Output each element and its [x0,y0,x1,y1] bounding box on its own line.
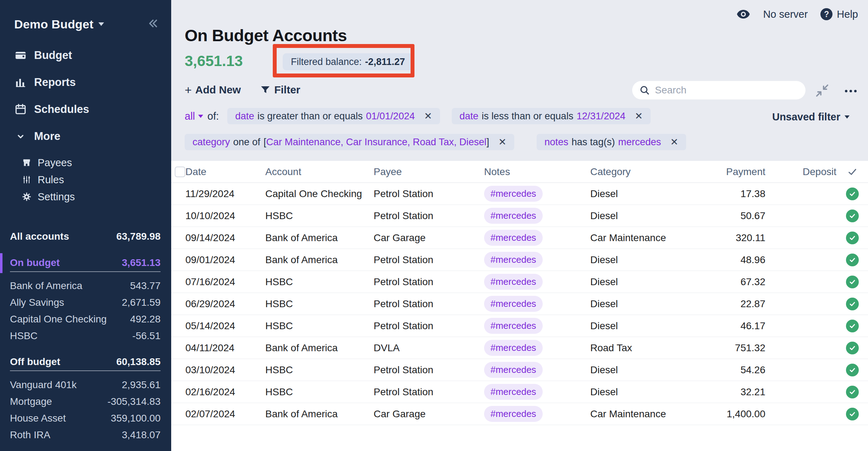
transactions-table: Date Account Payee Notes Category Paymen… [171,161,868,451]
cleared-check-icon[interactable] [846,386,859,398]
search-input[interactable] [654,84,801,96]
table-row[interactable]: 02/07/2024 Bank of America Car Garage #m… [171,403,868,425]
table-row[interactable]: 07/16/2024 HSBC Petrol Station #mercedes… [171,271,868,293]
cell-account: HSBC [265,298,374,310]
help-button[interactable]: ? Help [820,8,858,20]
server-status-button[interactable]: No server [763,9,808,20]
filter-chip-date-lte[interactable]: date is less than or equals 12/31/2024 ✕ [452,108,651,124]
sidebar-item-settings[interactable]: Settings [0,188,171,205]
cleared-check-icon[interactable] [846,210,859,222]
cell-account: Bank of America [265,408,374,420]
cleared-check-icon[interactable] [846,298,859,310]
sidebar-account-item[interactable]: Capital One Checking492.28 [10,311,161,327]
filter-button[interactable]: Filter [260,84,300,96]
privacy-eye-button[interactable] [736,7,750,21]
cell-category: Diesel [590,298,697,310]
account-name: Capital One Checking [10,314,107,325]
cleared-check-icon[interactable] [846,364,859,376]
chip-op: is greater than or equals [257,110,363,122]
sidebar-account-item[interactable]: House Asset359,100.00 [10,410,161,426]
cell-category: Diesel [590,364,697,376]
table-row[interactable]: 06/29/2024 HSBC Petrol Station #mercedes… [171,293,868,315]
account-name: Vanguard 401k [10,379,77,391]
table-row[interactable]: 09/01/2024 Bank of America Petrol Statio… [171,249,868,271]
chip-field: date [460,110,479,122]
collapse-transactions-button[interactable] [814,82,830,99]
cell-payment: 46.17 [697,320,765,332]
column-header-notes: Notes [484,166,590,178]
sidebar-account-item[interactable]: Mortgage-305,314.83 [10,393,161,410]
cell-category: Diesel [590,188,697,200]
sidebar-item-schedules[interactable]: Schedules [0,96,171,123]
top-right-bar: No server ? Help [736,7,858,21]
sidebar-item-budget[interactable]: Budget [0,42,171,69]
sidebar-item-label: Payees [38,157,72,169]
budget-name: Demo Budget [14,17,93,31]
cleared-check-icon[interactable] [846,254,859,266]
cleared-check-icon[interactable] [846,408,859,420]
cell-notes: #mercedes [484,318,590,334]
sidebar-account-item[interactable]: Ally Savings2,671.59 [10,294,161,311]
chip-value: 01/01/2024 [366,110,415,122]
cell-payment: 320.11 [697,232,765,244]
of-label: of: [207,110,219,122]
ellipsis-icon [845,90,847,92]
account-balance: 543.77 [130,280,161,292]
unsaved-filter-dropdown[interactable]: Unsaved filter [772,111,850,123]
sidebar-collapse-button[interactable] [146,17,159,31]
budget-switcher[interactable]: Demo Budget [14,17,104,31]
table-row[interactable]: 03/10/2024 HSBC Petrol Station #mercedes… [171,359,868,381]
off-budget-header[interactable]: Off budget 60,138.85 [10,353,161,371]
cell-account: Capital One Checking [265,188,374,200]
more-options-button[interactable] [841,86,860,96]
group-label: On budget [10,257,60,268]
cleared-check-icon[interactable] [846,320,859,332]
table-body: 11/29/2024 Capital One Checking Petrol S… [171,183,868,425]
sidebar-account-item[interactable]: HSBC-56.51 [10,327,161,344]
cleared-check-icon[interactable] [846,188,859,200]
sidebar-account-item[interactable]: Bank of America543.77 [10,277,161,294]
cleared-check-icon[interactable] [846,276,859,288]
table-row[interactable]: 05/14/2024 HSBC Petrol Station #mercedes… [171,315,868,337]
remove-filter-icon[interactable]: ✕ [424,110,432,122]
sidebar-accounts: All accounts 63,789.98 On budget 3,651.1… [0,228,171,443]
sidebar-item-reports[interactable]: Reports [0,69,171,96]
add-new-button[interactable]: + Add New [185,84,241,96]
sidebar-item-payees[interactable]: Payees [0,154,171,171]
sidebar-item-rules[interactable]: Rules [0,171,171,188]
table-row[interactable]: 11/29/2024 Capital One Checking Petrol S… [171,183,868,205]
cleared-check-icon[interactable] [846,232,859,244]
sidebar-item-more[interactable]: More [0,123,171,150]
filter-chip-category[interactable]: category one of [Car Maintenance, Car In… [185,134,514,150]
cell-account: Bank of America [265,232,374,244]
store-icon [21,157,32,168]
filter-chip-notes-tag[interactable]: notes has tag(s) mercedes ✕ [537,134,686,150]
cell-notes: #mercedes [484,384,590,400]
select-all-checkbox[interactable] [175,167,185,177]
all-accounts-row[interactable]: All accounts 63,789.98 [10,228,161,245]
remove-filter-icon[interactable]: ✕ [635,110,643,122]
table-row[interactable]: 10/10/2024 HSBC Petrol Station #mercedes… [171,205,868,227]
table-row[interactable]: 04/11/2024 Bank of America DVLA #mercede… [171,337,868,359]
total-balance[interactable]: 3,651.13 [185,53,243,70]
note-tag: #mercedes [484,362,543,378]
cleared-check-icon[interactable] [846,342,859,354]
cell-payee: Petrol Station [374,210,484,222]
on-budget-header[interactable]: On budget 3,651.13 [10,254,161,272]
cell-notes: #mercedes [484,340,590,356]
sidebar-account-item[interactable]: Vanguard 401k2,935.61 [10,376,161,393]
remove-filter-icon[interactable]: ✕ [670,136,678,148]
filter-conjunction-dropdown[interactable]: all [185,110,203,122]
note-tag: #mercedes [484,230,543,246]
note-tag: #mercedes [484,274,543,290]
account-balance: -305,314.83 [108,396,161,407]
filter-chip-date-gte[interactable]: date is greater than or equals 01/01/202… [227,108,440,124]
cell-notes: #mercedes [484,186,590,202]
table-row[interactable]: 02/16/2024 HSBC Petrol Station #mercedes… [171,381,868,403]
table-row[interactable]: 09/14/2024 Bank of America Car Garage #m… [171,227,868,249]
chevron-down-icon [845,115,850,119]
cell-payment: 32.21 [697,386,765,398]
sidebar-account-item[interactable]: Roth IRA3,418.07 [10,426,161,443]
chip-op: has tag(s) [571,136,615,148]
remove-filter-icon[interactable]: ✕ [498,136,506,148]
